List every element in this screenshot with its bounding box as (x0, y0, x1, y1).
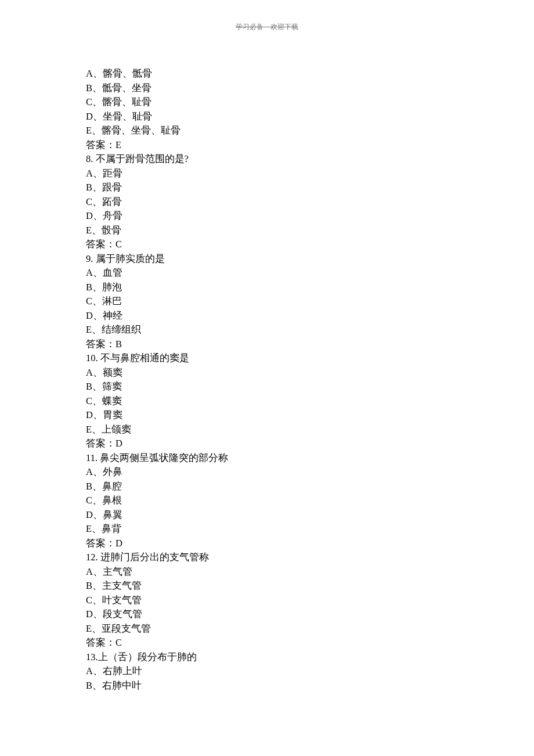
text-line: B、跟骨 (86, 181, 448, 195)
text-line: B、鼻腔 (86, 480, 448, 494)
question-line: 13.上（舌）段分布于肺的 (86, 650, 448, 665)
header-text: 学习必备---欢迎下载 (236, 23, 298, 31)
text-line: A、额窦 (86, 366, 448, 380)
answer-line: 答案：B (86, 337, 448, 352)
text-line: D、舟骨 (86, 209, 448, 224)
question-line: 8. 不属于跗骨范围的是? (86, 152, 448, 167)
text-line: E、亚段支气管 (86, 622, 448, 636)
text-line: B、主支气管 (86, 579, 448, 593)
text-line: D、段支气管 (86, 607, 448, 622)
text-line: A、髂骨、骶骨 (86, 67, 448, 81)
text-line: A、右肺上叶 (86, 664, 448, 679)
text-line: E、鼻背 (86, 522, 448, 537)
answer-line: 答案：D (86, 437, 448, 451)
text-line: B、骶骨、坐骨 (86, 81, 448, 96)
text-line: A、距骨 (86, 167, 448, 181)
text-line: C、蝶窦 (86, 394, 448, 409)
text-line: A、外鼻 (86, 465, 448, 480)
question-line: 11. 鼻尖两侧呈弧状隆突的部分称 (86, 451, 448, 466)
answer-line: 答案：D (86, 537, 448, 551)
answer-line: 答案：C (86, 636, 448, 650)
question-line: 12. 进肺门后分出的支气管称 (86, 550, 448, 565)
text-line: A、主气管 (86, 565, 448, 579)
question-line: 10. 不与鼻腔相通的窦是 (86, 351, 448, 366)
text-line: E、结缔组织 (86, 323, 448, 337)
document-content: A、髂骨、骶骨 B、骶骨、坐骨 C、髂骨、耻骨 D、坐骨、耻骨 E、髂骨、坐骨、… (86, 67, 448, 693)
text-line: A、血管 (86, 266, 448, 280)
answer-line: 答案：E (86, 138, 448, 153)
text-line: D、鼻翼 (86, 508, 448, 523)
text-line: E、骰骨 (86, 224, 448, 238)
text-line: C、叶支气管 (86, 593, 448, 608)
text-line: D、神经 (86, 309, 448, 323)
text-line: C、跖骨 (86, 195, 448, 210)
text-line: E、髂骨、坐骨、耻骨 (86, 124, 448, 138)
text-line: D、胃窦 (86, 408, 448, 423)
text-line: B、右肺中叶 (86, 679, 448, 693)
text-line: C、淋巴 (86, 294, 448, 309)
text-line: D、坐骨、耻骨 (86, 110, 448, 124)
answer-line: 答案：C (86, 237, 448, 252)
text-line: B、筛窦 (86, 380, 448, 394)
text-line: C、髂骨、耻骨 (86, 95, 448, 110)
text-line: C、鼻根 (86, 494, 448, 508)
text-line: B、肺泡 (86, 280, 448, 295)
question-line: 9. 属于肺实质的是 (86, 252, 448, 267)
text-line: E、上颌窦 (86, 423, 448, 437)
page-header: 学习必备---欢迎下载 (0, 22, 534, 32)
